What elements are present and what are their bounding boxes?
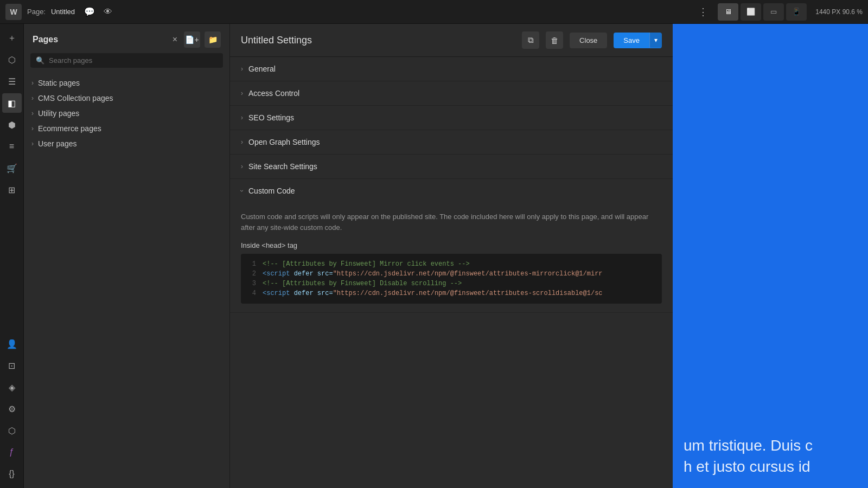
more-options-icon[interactable]: ⋮	[694, 4, 712, 20]
canvas-text-line-1: um tristique. Duis c	[684, 435, 857, 456]
chevron-right-icon: ›	[241, 163, 243, 170]
settings-icon[interactable]: ⚙	[2, 399, 22, 419]
chevron-right-icon: ›	[31, 140, 34, 147]
og-header[interactable]: › Open Graph Settings	[230, 130, 673, 154]
site-search-header[interactable]: › Site Search Settings	[230, 155, 673, 178]
users-icon[interactable]: 👤	[2, 334, 22, 354]
line-number: 4	[241, 290, 263, 297]
chevron-right-icon: ›	[31, 125, 34, 132]
code-content: <!-- [Attributes by Finsweet] Mirror cli…	[263, 260, 662, 268]
assets-icon[interactable]: ⬢	[2, 115, 22, 134]
group-label: User pages	[38, 139, 77, 148]
cart-icon[interactable]: ⊡	[2, 356, 22, 375]
user-pages-group[interactable]: › User pages	[24, 136, 229, 151]
main-area: ＋ ⬡ ☰ ◧ ⬢ ≡ 🛒 ⊞ 👤 ⊡ ◈ ⚙ ⬡ ƒ {} Pages × 📄…	[0, 24, 868, 488]
settings-title: Untitled Settings	[241, 35, 515, 46]
og-label: Open Graph Settings	[248, 138, 320, 146]
add-page-button[interactable]: 📄+	[184, 31, 200, 48]
save-button[interactable]: Save	[614, 33, 649, 48]
code-line-1: 1 <!-- [Attributes by Finsweet] Mirror c…	[241, 259, 662, 269]
chevron-right-icon: ›	[241, 138, 243, 146]
line-number: 2	[241, 270, 263, 278]
close-button[interactable]: Close	[570, 33, 607, 48]
comment-icon[interactable]: 💬	[84, 6, 95, 18]
copy-icon: ⧉	[528, 35, 534, 45]
layers-icon[interactable]: ◧	[2, 93, 22, 113]
code-icon[interactable]: {}	[2, 464, 22, 484]
code-line-3: 3 <!-- [Attributes by Finsweet] Disable …	[241, 279, 662, 288]
pages-close-button[interactable]: ×	[170, 34, 180, 46]
canvas-text-line-2: h et justo cursus id	[684, 456, 857, 477]
mobile-view-btn[interactable]: 📱	[786, 3, 807, 21]
sidebar-icons: ＋ ⬡ ☰ ◧ ⬢ ≡ 🛒 ⊞ 👤 ⊡ ◈ ⚙ ⬡ ƒ {}	[0, 24, 24, 488]
code-line-4: 4 <script defer src="https://cdn.jsdeliv…	[241, 288, 662, 298]
integrations-icon[interactable]: ƒ	[2, 442, 22, 462]
site-search-label: Site Search Settings	[248, 162, 317, 171]
chevron-right-icon: ›	[31, 94, 34, 102]
delete-icon: 🗑	[551, 36, 559, 45]
resolution-display: 1440 PX 90.6 %	[815, 8, 863, 16]
page-name: Untitled	[51, 8, 75, 16]
add-icon[interactable]: ＋	[2, 28, 22, 48]
tablet-landscape-view-btn[interactable]: ⬜	[741, 3, 761, 21]
pages-icon[interactable]: ☰	[2, 72, 22, 91]
group-label: Static pages	[38, 79, 80, 87]
app-logo[interactable]: W	[5, 4, 22, 20]
search-input[interactable]	[49, 56, 218, 65]
save-button-group: Save ▾	[614, 33, 662, 48]
settings-header: Untitled Settings ⧉ 🗑 Close Save ▾	[230, 24, 673, 57]
access-control-label: Access Control	[248, 89, 299, 98]
general-header[interactable]: › General	[230, 57, 673, 81]
group-label: Utility pages	[38, 109, 79, 118]
chevron-right-icon: ›	[241, 89, 243, 97]
code-line-2: 2 <script defer src="https://cdn.jsdeliv…	[241, 269, 662, 279]
copy-page-button[interactable]: ⧉	[522, 31, 539, 49]
preview-icon[interactable]: 👁	[102, 6, 114, 18]
pages-panel-title: Pages	[33, 35, 166, 44]
canvas-text: um tristique. Duis c h et justo cursus i…	[684, 435, 857, 477]
general-label: General	[248, 65, 276, 73]
utility-pages-group[interactable]: › Utility pages	[24, 106, 229, 121]
custom-code-header[interactable]: › Custom Code	[230, 179, 673, 203]
logic-icon[interactable]: ◈	[2, 377, 22, 397]
search-bar: 🔍	[30, 53, 223, 68]
cms-collection-pages-group[interactable]: › CMS Collection pages	[24, 91, 229, 106]
chevron-right-icon: ›	[241, 65, 243, 73]
search-icon: 🔍	[36, 56, 44, 65]
head-tag-label: Inside <head> tag	[241, 241, 662, 249]
code-content: <script defer src="https://cdn.jsdelivr.…	[263, 270, 662, 278]
group-label: Ecommerce pages	[38, 124, 101, 133]
components-icon[interactable]: ⬡	[2, 50, 22, 69]
ecommerce-icon[interactable]: 🛒	[2, 158, 22, 178]
tablet-portrait-view-btn[interactable]: ▭	[763, 3, 784, 21]
add-folder-button[interactable]: 📁	[205, 31, 221, 48]
seo-label: SEO Settings	[248, 113, 294, 122]
access-control-section: › Access Control	[230, 81, 673, 106]
code-content: <script defer src="https://cdn.jsdelivr.…	[263, 290, 662, 297]
topbar: W Page: Untitled 💬 👁 ⋮ 🖥 ⬜ ▭ 📱 1440 PX 9…	[0, 0, 868, 24]
custom-code-section: › Custom Code Custom code and scripts wi…	[230, 179, 673, 313]
apps-icon[interactable]: ⊞	[2, 180, 22, 200]
code-content: <!-- [Attributes by Finsweet] Disable sc…	[263, 280, 662, 287]
cms-icon[interactable]: ≡	[2, 137, 22, 156]
custom-code-description: Custom code and scripts will only appear…	[241, 211, 662, 233]
page-label: Page:	[27, 8, 46, 16]
save-dropdown-arrow[interactable]: ▾	[649, 33, 662, 48]
delete-page-button[interactable]: 🗑	[546, 31, 563, 49]
general-section: › General	[230, 57, 673, 81]
code-editor[interactable]: 1 <!-- [Attributes by Finsweet] Mirror c…	[241, 254, 662, 304]
chevron-right-icon: ›	[31, 79, 34, 87]
access-control-header[interactable]: › Access Control	[230, 81, 673, 105]
chevron-right-icon: ›	[31, 110, 34, 117]
og-section: › Open Graph Settings	[230, 130, 673, 155]
settings-body: › General › Access Control › SEO Setting…	[230, 57, 673, 488]
seo-header[interactable]: › SEO Settings	[230, 106, 673, 130]
desktop-view-btn[interactable]: 🖥	[718, 3, 738, 21]
seo-section: › SEO Settings	[230, 106, 673, 130]
custom-code-body: Custom code and scripts will only appear…	[230, 203, 673, 312]
packages-icon[interactable]: ⬡	[2, 421, 22, 440]
settings-panel: Untitled Settings ⧉ 🗑 Close Save ▾ › Gen…	[230, 24, 673, 488]
ecommerce-pages-group[interactable]: › Ecommerce pages	[24, 121, 229, 136]
pages-panel-header: Pages × 📄+ 📁	[24, 24, 229, 53]
static-pages-group[interactable]: › Static pages	[24, 75, 229, 91]
